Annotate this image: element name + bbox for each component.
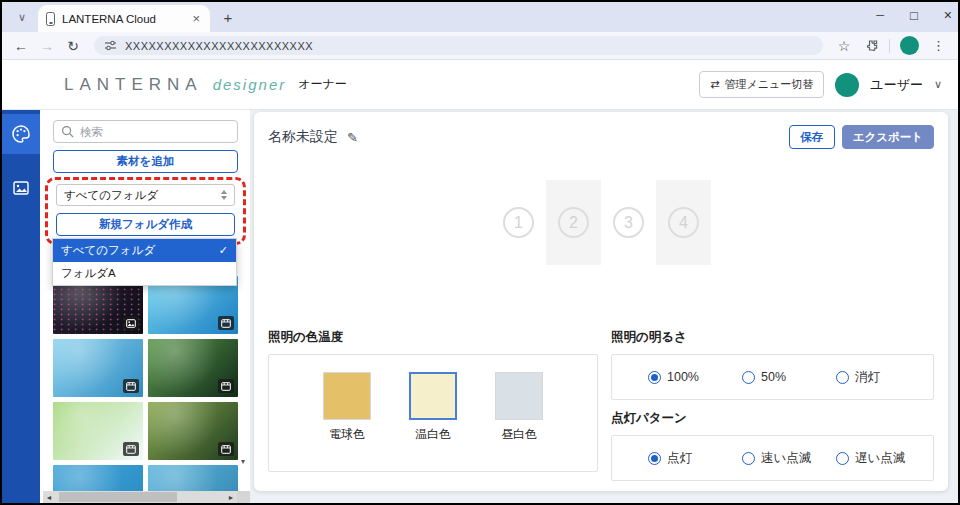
dropdown-item-label: すべてのフォルダ <box>61 243 155 258</box>
strip-2[interactable]: 2 <box>546 180 601 265</box>
dropdown-item-label: フォルダA <box>61 266 116 281</box>
strip-number: 4 <box>668 207 699 238</box>
media-library-panel: 素材を追加 すべてのフォルダ 新規フォルダ作成 すべてのフォルダ ✓ フォルダA <box>40 110 250 503</box>
horizontal-scrollbar[interactable]: ◄ ► <box>43 491 237 503</box>
swatch-label: 昼白色 <box>495 426 543 443</box>
browser-tab[interactable]: LANTERNA Cloud × <box>38 5 210 32</box>
bookmark-star-icon[interactable]: ☆ <box>833 35 855 57</box>
radio-pattern-on[interactable]: 点灯 <box>648 450 742 467</box>
window-restore-button[interactable]: □ <box>910 9 918 22</box>
radio-brightness-off[interactable]: 消灯 <box>836 369 930 386</box>
video-badge-icon <box>123 379 139 393</box>
window-minimize-button[interactable]: ─ <box>876 10 884 21</box>
radio-label: 速い点滅 <box>761 450 811 467</box>
forward-icon[interactable]: → <box>36 35 58 57</box>
thumbnail-dolphin-group[interactable] <box>53 339 143 397</box>
tab-close-icon[interactable]: × <box>190 11 202 26</box>
color-temp-heading: 照明の色温度 <box>268 329 598 346</box>
thumbnail-willow-leaves[interactable] <box>53 402 143 460</box>
scrollbar-down-button[interactable]: ▾ <box>237 455 249 468</box>
image-badge-icon <box>123 316 139 330</box>
user-chevron-down-icon[interactable]: ∨ <box>934 78 942 91</box>
radio-brightness-50[interactable]: 50% <box>742 370 836 384</box>
folder-select[interactable]: すべてのフォルダ <box>56 184 235 206</box>
radio-label: 消灯 <box>855 369 880 386</box>
browser-menu-icon[interactable]: ⋮ <box>929 38 948 53</box>
radio-icon <box>648 371 661 384</box>
export-button[interactable]: エクスポート <box>842 125 934 149</box>
radio-label: 点灯 <box>667 450 692 467</box>
admin-menu-switch-button[interactable]: ⇄ 管理メニュー切替 <box>699 71 824 98</box>
phone-favicon-icon <box>46 12 55 26</box>
radio-icon <box>836 452 849 465</box>
radio-brightness-100[interactable]: 100% <box>648 370 742 384</box>
radio-label: 100% <box>667 370 699 384</box>
add-material-button[interactable]: 素材を追加 <box>53 150 238 173</box>
strip-number: 1 <box>503 207 534 238</box>
strip-number: 2 <box>558 207 589 238</box>
scrollbar-corner <box>237 491 250 503</box>
toolbar-divider <box>889 39 890 53</box>
radio-icon <box>836 371 849 384</box>
thumbnail-grid <box>53 276 238 503</box>
radio-label: 50% <box>761 370 786 384</box>
admin-menu-switch-label: 管理メニュー切替 <box>725 77 814 92</box>
document-title: 名称未設定 <box>268 128 338 146</box>
tab-title: LANTERNA Cloud <box>62 13 183 25</box>
save-button[interactable]: 保存 <box>789 125 835 149</box>
check-icon: ✓ <box>219 244 228 257</box>
radio-pattern-slow-blink[interactable]: 遅い点滅 <box>836 450 930 467</box>
editor-panel: 名称未設定 ✎ 保存 エクスポート 1 2 3 4 照明の色温度 <box>254 112 948 491</box>
dropdown-item-folder-a[interactable]: フォルダA <box>53 262 236 285</box>
browser-profile-avatar[interactable] <box>900 36 919 55</box>
dropdown-item-all-folders[interactable]: すべてのフォルダ ✓ <box>53 239 236 262</box>
logo-designer: designer <box>213 76 287 93</box>
logo-lanterna: LANTERNA <box>64 75 203 95</box>
app-header: LANTERNA designer オーナー ⇄ 管理メニュー切替 ユーザー ∨ <box>2 60 958 110</box>
brightness-box: 100% 50% 消灯 <box>611 354 934 400</box>
thumbnail-underwater-stump[interactable] <box>148 402 238 460</box>
browser-toolbar: ← → ↻ XXXXXXXXXXXXXXXXXXXXXXXX ☆ ⋮ <box>2 32 958 60</box>
radio-icon <box>742 452 755 465</box>
video-badge-icon <box>218 442 234 456</box>
scrollbar-left-button[interactable]: ◄ <box>43 494 55 501</box>
url-text: XXXXXXXXXXXXXXXXXXXXXXXX <box>125 40 313 52</box>
strip-4[interactable]: 4 <box>656 180 711 265</box>
tab-search-chevron-icon[interactable]: ∨ <box>10 5 34 29</box>
brightness-heading: 照明の明るさ <box>611 329 934 346</box>
pattern-box: 点灯 速い点滅 遅い点滅 <box>611 435 934 481</box>
strip-3[interactable]: 3 <box>601 180 656 265</box>
search-box[interactable] <box>53 120 238 143</box>
user-label: ユーザー <box>870 76 923 94</box>
thumbnail-kelp-forest[interactable] <box>148 339 238 397</box>
radio-icon <box>742 371 755 384</box>
radio-pattern-fast-blink[interactable]: 速い点滅 <box>742 450 836 467</box>
role-label: オーナー <box>298 76 347 93</box>
swap-icon: ⇄ <box>710 78 719 91</box>
reload-icon[interactable]: ↻ <box>62 35 84 57</box>
swatch-warm-white[interactable] <box>409 372 457 420</box>
strip-1[interactable]: 1 <box>491 180 546 265</box>
tab-strip: ∨ LANTERNA Cloud × + ─ □ × <box>2 2 958 32</box>
browser-window: ∨ LANTERNA Cloud × + ─ □ × ← → ↻ XXXXXXX… <box>0 0 960 505</box>
edit-pencil-icon[interactable]: ✎ <box>347 130 358 145</box>
new-tab-button[interactable]: + <box>216 5 240 29</box>
site-settings-icon[interactable] <box>104 39 117 52</box>
address-bar[interactable]: XXXXXXXXXXXXXXXXXXXXXXXX <box>94 36 823 55</box>
nav-rail <box>2 110 40 503</box>
nav-item-design[interactable] <box>2 114 40 154</box>
back-icon[interactable]: ← <box>10 35 32 57</box>
extensions-puzzle-icon[interactable] <box>865 39 879 53</box>
user-avatar[interactable] <box>835 73 859 97</box>
scrollbar-right-button[interactable]: ► <box>225 494 237 501</box>
nav-item-media[interactable] <box>2 168 40 208</box>
lantern-strip-preview: 1 2 3 4 <box>268 180 934 265</box>
search-input[interactable] <box>80 126 230 138</box>
window-close-button[interactable]: × <box>944 8 952 22</box>
color-temp-box: 電球色 温白色 昼白色 <box>268 354 598 472</box>
new-folder-button[interactable]: 新規フォルダ作成 <box>56 213 235 236</box>
scrollbar-thumb[interactable] <box>59 492 177 502</box>
swatch-daylight-white[interactable] <box>495 372 543 420</box>
search-icon <box>61 125 74 138</box>
swatch-bulb-color[interactable] <box>323 372 371 420</box>
